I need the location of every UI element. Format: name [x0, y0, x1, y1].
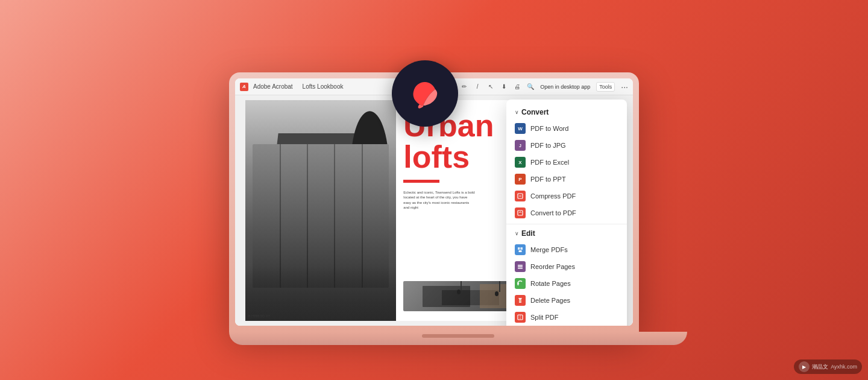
reorder-pages-item[interactable]: Reorder Pages	[506, 258, 627, 275]
svg-rect-7	[518, 267, 523, 268]
pdf-left-image: H | 5000 SQ. FT	[245, 100, 397, 321]
pdf-to-jpg-label: PDF to JPG	[530, 142, 566, 149]
delete-pages-label: Delete Pages	[530, 297, 570, 304]
merge-pdfs-item[interactable]: Merge PDFs	[506, 241, 627, 258]
jpg-icon: J	[515, 140, 526, 151]
toolbar: T 💬 ✏ / ↖ ⬇ 🖨 🔍 Open in desktop app Tool…	[434, 82, 628, 92]
print-icon[interactable]: 🖨	[514, 83, 521, 90]
convert-section-header: ∨ Convert	[506, 106, 627, 120]
highlight-tool-icon[interactable]: /	[474, 83, 481, 90]
pdf-description: Eclectic and iconic, Townsend Lofts is a…	[403, 190, 476, 211]
reorder-pages-label: Reorder Pages	[530, 263, 575, 270]
pdf-to-ppt-label: PDF to PPT	[530, 176, 566, 183]
reorder-icon	[515, 261, 526, 272]
watermark-text: 潮品文	[812, 363, 828, 371]
convert-section-title: Convert	[521, 108, 549, 116]
doc-name: Lofts Lookbook	[303, 83, 344, 90]
merge-icon	[515, 244, 526, 255]
ppt-icon: P	[515, 174, 526, 185]
svg-rect-6	[518, 265, 523, 266]
merge-pdfs-label: Merge PDFs	[530, 246, 568, 253]
edit-section-header: ∨ Edit	[506, 227, 627, 241]
tools-button[interactable]: Tools	[596, 82, 615, 92]
excel-icon: X	[515, 157, 526, 168]
word-icon: W	[515, 123, 526, 134]
pdf-to-word-item[interactable]: W PDF to Word	[506, 120, 627, 137]
convert-to-pdf-label: Convert to PDF	[530, 209, 576, 217]
rotate-icon	[515, 278, 526, 289]
edit-section-title: Edit	[521, 229, 535, 238]
app-title: Adobe Acrobat	[253, 83, 293, 90]
laptop-wrapper: A Adobe Acrobat Lofts Lookbook T 💬 ✏ / ↖…	[205, 36, 663, 356]
compress-pdf-label: Compress PDF	[530, 192, 576, 200]
app-logo: A	[240, 83, 248, 91]
rotate-pages-item[interactable]: Rotate Pages	[506, 275, 627, 292]
select-tool-icon[interactable]: ↖	[487, 83, 494, 90]
acrobat-icon-circle	[392, 60, 458, 127]
watermark-play-icon: ▶	[799, 361, 810, 372]
svg-rect-5	[519, 250, 522, 252]
svg-rect-4	[521, 247, 523, 250]
split-pdf-item[interactable]: Split PDF	[506, 309, 627, 326]
delete-icon	[515, 295, 526, 306]
download-icon[interactable]: ⬇	[500, 83, 508, 90]
watermark: ▶ 潮品文 Ayxhk.com	[794, 359, 862, 374]
pdf-to-jpg-item[interactable]: J PDF to JPG	[506, 137, 627, 154]
building-image: H | 5000 SQ. FT	[245, 100, 397, 321]
split-pdf-label: Split PDF	[530, 314, 558, 321]
split-icon	[515, 312, 526, 323]
draw-tool-icon[interactable]: ✏	[461, 83, 468, 90]
rotate-pages-label: Rotate Pages	[530, 280, 571, 287]
watermark-domain: Ayxhk.com	[831, 364, 857, 370]
svg-rect-10	[518, 298, 522, 299]
pdf-to-word-label: PDF to Word	[530, 125, 568, 132]
svg-rect-2	[518, 211, 523, 215]
divider-1	[506, 224, 627, 224]
compress-icon	[515, 191, 526, 201]
svg-rect-11	[519, 299, 521, 303]
pdf-to-excel-label: PDF to Excel	[530, 159, 569, 166]
laptop-base	[229, 332, 687, 345]
sq-ft-label: H | 5000 SQ. FT	[248, 314, 270, 318]
red-divider	[403, 180, 439, 183]
svg-rect-3	[518, 247, 520, 250]
pdf-to-excel-item[interactable]: X PDF to Excel	[506, 154, 627, 171]
svg-rect-8	[518, 268, 523, 269]
acrobat-logo-svg	[409, 77, 442, 110]
convert-chevron-icon: ∨	[515, 109, 519, 115]
more-options-button[interactable]: ···	[621, 83, 628, 91]
pdf-to-ppt-item[interactable]: P PDF to PPT	[506, 171, 627, 188]
search-icon[interactable]: 🔍	[527, 83, 534, 90]
convert-to-pdf-icon	[515, 207, 526, 218]
delete-pages-item[interactable]: Delete Pages	[506, 292, 627, 309]
tools-dropdown-panel: ∨ Convert W PDF to Word J PDF to JPG X P…	[506, 100, 627, 326]
edit-chevron-icon: ∨	[515, 230, 519, 236]
convert-to-pdf-item[interactable]: Convert to PDF	[506, 204, 627, 221]
open-desktop-link[interactable]: Open in desktop app	[540, 84, 590, 90]
compress-pdf-item[interactable]: Compress PDF	[506, 188, 627, 204]
